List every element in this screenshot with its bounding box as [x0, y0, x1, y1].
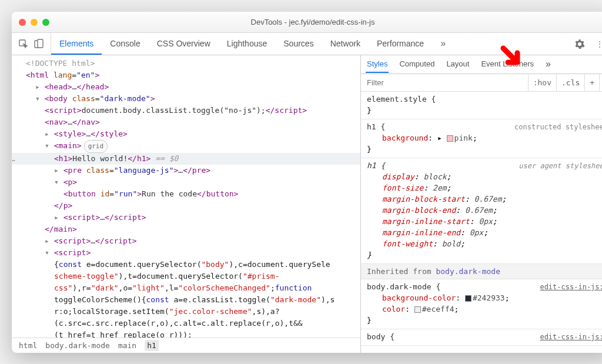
gear-icon[interactable] — [574, 38, 586, 50]
tab-console[interactable]: Console — [102, 33, 148, 55]
doctype: <!DOCTYPE html> — [26, 59, 95, 68]
tab-elements[interactable]: Elements — [51, 33, 102, 55]
window-title: DevTools - jec.fyi/demo/edit-css-in-js — [12, 18, 602, 26]
tab-network[interactable]: Network — [322, 33, 369, 55]
rule-h1-constructed[interactable]: constructed stylesheet h1 { background: … — [361, 119, 602, 158]
stabs-overflow-icon[interactable]: » — [544, 55, 552, 74]
tabs-overflow-icon[interactable]: » — [432, 33, 454, 55]
tab-performance[interactable]: Performance — [369, 33, 432, 55]
sidebar-toggle-icon[interactable]: ◨ — [599, 74, 602, 91]
crumb-main[interactable]: main — [118, 341, 136, 350]
breadcrumb: html body.dark-mode main h1 — [12, 338, 360, 353]
rule-body[interactable]: edit-css-in-js:1 body { — [361, 329, 602, 346]
crumb-body[interactable]: body.dark-mode — [45, 341, 110, 350]
elements-panel: <!DOCTYPE html> <html lang="en"> <head>…… — [12, 55, 361, 353]
grid-badge[interactable]: grid — [84, 140, 108, 153]
hov-toggle[interactable]: :hov — [528, 74, 556, 91]
stab-styles[interactable]: Styles — [366, 56, 389, 73]
dom-tree[interactable]: <!DOCTYPE html> <html lang="en"> <head>…… — [12, 55, 360, 338]
devtools-window: DevTools - jec.fyi/demo/edit-css-in-js E… — [12, 12, 602, 353]
cls-toggle[interactable]: .cls — [556, 74, 584, 91]
panel-tabs: Elements Console CSS Overview Lighthouse… — [51, 33, 566, 55]
style-rules: element.style { } constructed stylesheet… — [361, 92, 602, 353]
rule-link-constructed[interactable]: constructed stylesheet — [514, 122, 602, 133]
device-icon[interactable] — [33, 38, 45, 50]
tab-sources[interactable]: Sources — [275, 33, 322, 55]
new-rule-icon[interactable]: + — [584, 74, 599, 91]
selected-node[interactable]: <h1>Hello world!</h1> — [12, 153, 360, 165]
stab-computed[interactable]: Computed — [398, 56, 436, 73]
inherited-link[interactable]: body.dark-mode — [436, 267, 500, 276]
tab-lighthouse[interactable]: Lighthouse — [219, 33, 276, 55]
inspect-icon[interactable] — [18, 38, 29, 50]
inherited-header: Inherited from body.dark-mode — [361, 264, 602, 279]
rule-link-body[interactable]: edit-css-in-js:1 — [540, 332, 602, 343]
styles-panel: Styles Computed Layout Event Listeners »… — [361, 55, 602, 353]
rule-element-style[interactable]: element.style { } — [361, 92, 602, 119]
rule-body-dark[interactable]: edit-css-in-js:1 body.dark-mode { backgr… — [361, 279, 602, 329]
stab-layout[interactable]: Layout — [445, 56, 470, 73]
styles-filter-input[interactable] — [361, 78, 528, 87]
svg-rect-2 — [38, 39, 43, 48]
rule-link-body-dark[interactable]: edit-css-in-js:1 — [540, 282, 602, 293]
crumb-h1[interactable]: h1 — [145, 340, 159, 351]
color-swatch-icon[interactable] — [447, 135, 453, 142]
tab-css-overview[interactable]: CSS Overview — [149, 33, 219, 55]
kebab-icon[interactable]: ⋮ — [594, 38, 602, 50]
color-swatch-icon[interactable] — [465, 295, 471, 302]
crumb-html[interactable]: html — [19, 341, 37, 350]
rule-link-ua: user agent stylesheet — [519, 161, 602, 172]
color-swatch-icon[interactable] — [414, 306, 421, 313]
rule-h1-ua[interactable]: user agent stylesheet h1 { display: bloc… — [361, 158, 602, 264]
titlebar: DevTools - jec.fyi/demo/edit-css-in-js — [12, 12, 602, 33]
